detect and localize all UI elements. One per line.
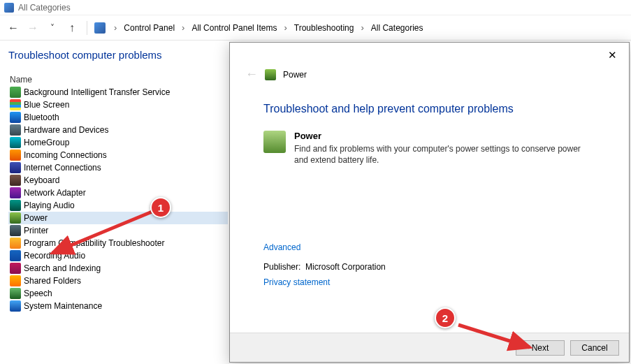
troubleshooter-description: Find and fix problems with your computer… [294, 143, 595, 166]
troubleshooter-title: Power [294, 131, 595, 141]
list-item-label: Program Compatibility Troubleshooter [24, 238, 164, 248]
list-item-sysmaint[interactable]: System Maintenance [8, 300, 228, 312]
list-item-compat[interactable]: Program Compatibility Troubleshooter [8, 237, 228, 249]
power-large-icon [263, 131, 286, 153]
network-icon [10, 187, 21, 198]
crumb-sep [180, 22, 186, 33]
list-item-label: Network Adapter [24, 188, 86, 198]
list-item-search[interactable]: Search and Indexing [8, 262, 228, 275]
bluetooth-icon [10, 112, 21, 123]
list-item-label: Recording Audio [24, 251, 85, 261]
keyboard-icon [10, 175, 21, 186]
breadcrumb: Control Panel All Control Panel Items Tr… [113, 22, 426, 34]
crumb-sep [359, 22, 365, 33]
homegroup-icon [10, 137, 21, 148]
list-item-bluetooth[interactable]: Bluetooth [8, 111, 228, 124]
publisher-value: Microsoft Corporation [305, 262, 386, 272]
speaker-icon [10, 200, 21, 211]
list-item-incoming[interactable]: Incoming Connections [8, 149, 228, 161]
dialog-troubleshooter-name: Power [283, 70, 307, 80]
page-heading: Troubleshoot computer problems [8, 49, 228, 61]
list-item-label: Shared Folders [24, 276, 81, 286]
list-item-label: Power [24, 213, 48, 223]
annotation-badge-2: 2 [435, 307, 456, 328]
recent-dropdown[interactable]: ˅ [45, 20, 60, 36]
list-item-label: Internet Connections [24, 163, 101, 173]
up-button[interactable]: ↑ [64, 20, 80, 36]
list-item-shared[interactable]: Shared Folders [8, 275, 228, 287]
advanced-link[interactable]: Advanced [263, 242, 300, 252]
maintenance-icon [10, 300, 21, 312]
address-icon [94, 22, 106, 34]
close-button[interactable]: ✕ [602, 47, 622, 64]
list-item-label: HomeGroup [24, 138, 69, 147]
power-icon [10, 212, 21, 224]
list-item-label: Keyboard [24, 175, 59, 185]
list-item-playaudio[interactable]: Playing Audio [8, 199, 228, 212]
window-title: All Categories [18, 3, 71, 13]
troubleshooter-list: Background Intelligent Transfer Service … [8, 86, 228, 312]
nav-bar: ← → ˅ ↑ Control Panel All Control Panel … [0, 15, 631, 41]
windows-icon [10, 99, 21, 110]
list-item-power[interactable]: Power [8, 212, 228, 224]
annotation-badge-1: 1 [150, 197, 171, 218]
crumb-all-categories[interactable]: All Categories [368, 22, 426, 34]
incoming-icon [10, 150, 21, 161]
hardware-icon [10, 124, 21, 136]
nav-separator [87, 21, 87, 35]
internet-icon [10, 162, 21, 173]
bits-icon [10, 87, 21, 98]
list-item-label: Bluetooth [24, 112, 59, 122]
list-item-recaudio[interactable]: Recording Audio [8, 249, 228, 262]
list-item-label: Incoming Connections [24, 150, 107, 160]
window-titlebar: All Categories [0, 0, 631, 15]
crumb-sep [282, 22, 288, 33]
crumb-all-items[interactable]: All Control Panel Items [189, 22, 280, 34]
list-item-printer[interactable]: Printer [8, 224, 228, 237]
list-item-label: Printer [24, 226, 48, 235]
troubleshooter-summary: Power Find and fix problems with your co… [263, 131, 595, 166]
list-item-hardware[interactable]: Hardware and Devices [8, 124, 228, 136]
list-item-label: Background Intelligent Transfer Service [24, 87, 170, 97]
dialog-back-button[interactable]: ← [245, 67, 258, 82]
dialog-footer: Next Cancel [230, 333, 629, 362]
forward-button[interactable]: → [25, 20, 41, 36]
compat-icon [10, 238, 21, 249]
privacy-link[interactable]: Privacy statement [263, 277, 330, 287]
crumb-root-sep [113, 22, 118, 33]
column-header-name[interactable]: Name [8, 75, 228, 85]
mic-icon [10, 250, 21, 261]
list-item-label: Playing Audio [24, 201, 75, 210]
next-button[interactable]: Next [516, 340, 565, 356]
list-item-keyboard[interactable]: Keyboard [8, 174, 228, 187]
list-item-network[interactable]: Network Adapter [8, 187, 228, 199]
speech-icon [10, 288, 21, 299]
dialog-heading: Troubleshoot and help prevent computer p… [263, 103, 595, 115]
list-item-label: Speech [24, 289, 52, 298]
list-item-label: Hardware and Devices [24, 125, 108, 135]
list-item-bits[interactable]: Background Intelligent Transfer Service [8, 86, 228, 99]
folder-icon [10, 275, 21, 286]
back-button[interactable]: ← [6, 20, 21, 36]
crumb-troubleshooting[interactable]: Troubleshooting [291, 22, 357, 34]
printer-icon [10, 225, 21, 236]
dialog-nav: ← Power [230, 43, 629, 82]
power-troubleshooter-icon [265, 69, 276, 80]
cancel-button[interactable]: Cancel [570, 340, 619, 356]
publisher-row: Publisher: Microsoft Corporation [263, 262, 595, 272]
dialog-body: Troubleshoot and help prevent computer p… [230, 82, 629, 297]
list-item-label: Search and Indexing [24, 263, 101, 273]
crumb-control-panel[interactable]: Control Panel [121, 22, 177, 34]
list-item-label: Blue Screen [24, 100, 69, 110]
app-icon [4, 3, 14, 13]
list-item-internet[interactable]: Internet Connections [8, 161, 228, 174]
list-item-speech[interactable]: Speech [8, 287, 228, 300]
list-item-label: System Maintenance [24, 301, 102, 311]
left-panel: Troubleshoot computer problems Name Back… [0, 41, 231, 364]
troubleshooter-dialog: ✕ ← Power Troubleshoot and help prevent … [229, 42, 630, 363]
search-icon [10, 263, 21, 274]
list-item-homegroup[interactable]: HomeGroup [8, 136, 228, 149]
list-item-bluescreen[interactable]: Blue Screen [8, 99, 228, 111]
publisher-label: Publisher: [263, 262, 300, 272]
